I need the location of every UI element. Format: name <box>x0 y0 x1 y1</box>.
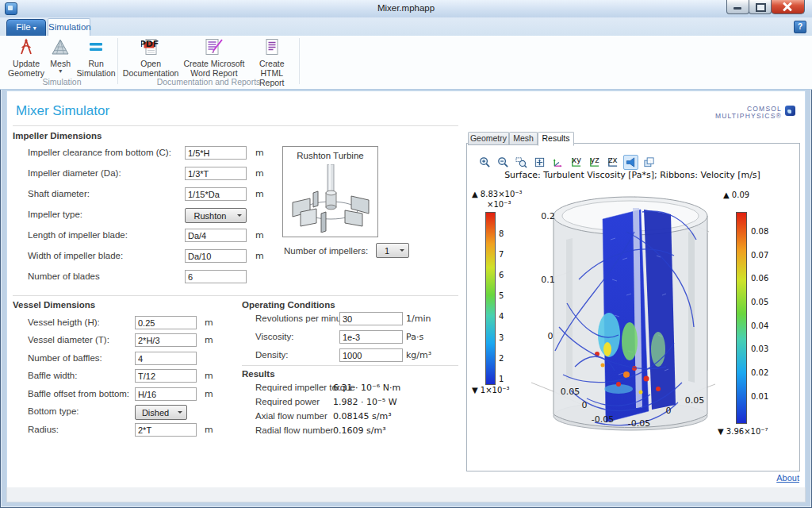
default-view-icon[interactable] <box>550 155 565 170</box>
vessel-row-2-input[interactable] <box>135 352 197 365</box>
operating-row-1-label: Viscosity: <box>255 332 293 341</box>
graphics-tab-results[interactable]: Results <box>538 132 574 146</box>
impeller-row-6-input[interactable] <box>185 270 247 283</box>
transparency-icon[interactable] <box>642 155 657 170</box>
chevron-down-icon <box>397 244 408 257</box>
close-button[interactable] <box>771 0 805 14</box>
operating-row-0-label: Revolutions per minute: <box>255 314 351 323</box>
scene-light-icon[interactable] <box>623 155 638 170</box>
vessel-row-0-label: Vessel heigth (H): <box>28 318 100 327</box>
graphics-tab-geometry[interactable]: Geometry <box>468 132 509 145</box>
impeller-preview-box: Rushton Turbine <box>282 146 378 237</box>
operating-row-2-input[interactable] <box>339 348 403 362</box>
vessel-row-6-unit: m <box>205 425 213 435</box>
viscosity-tick: 8 <box>499 229 504 238</box>
vessel-row-0-input[interactable] <box>135 316 197 329</box>
impeller-row-3-select[interactable]: Rushton <box>185 208 247 223</box>
velocity-tick: 0.05 <box>751 298 768 306</box>
vessel-row-3-label: Baffle width: <box>28 371 77 380</box>
vessel-row-6-label: Radius: <box>28 425 59 434</box>
ribbon-group-simulation: Update GeometryMesh▾Run Simulation <box>6 37 117 76</box>
section-results: Results <box>242 369 275 379</box>
zoom-box-icon[interactable] <box>514 155 529 170</box>
zoom-extents-icon[interactable] <box>532 155 547 170</box>
results-row-2-label: Axial flow number <box>255 411 327 421</box>
chevron-down-icon <box>175 406 186 419</box>
operating-row-0-input[interactable] <box>339 312 403 325</box>
impeller-row-2-label: Shaft diameter: <box>28 189 90 198</box>
file-menu-button[interactable]: File ▾ <box>6 19 46 37</box>
svg-text:xy: xy <box>572 156 581 164</box>
viscosity-tick: 3 <box>499 333 504 342</box>
xy-view-icon[interactable]: xy <box>569 155 584 170</box>
vessel-row-1-unit: m <box>205 335 213 345</box>
impeller-row-6-label: Number of blades <box>28 271 100 281</box>
zx-view-icon[interactable]: zx <box>605 155 620 170</box>
mesh-button[interactable]: Mesh▾ <box>48 37 73 75</box>
vessel-row-5-select[interactable]: Dished <box>135 405 187 420</box>
vessel-row-4-unit: m <box>205 389 213 399</box>
colorbar-viscosity-min: ▼ 1×10⁻³ <box>472 386 510 394</box>
impeller-row-2-input[interactable] <box>185 187 247 201</box>
about-link[interactable]: About <box>761 473 799 483</box>
svg-text:0: 0 <box>582 400 588 410</box>
open-documentation-button[interactable]: PDFOpen Documentation <box>122 37 179 78</box>
group-label-simulation: Simulation <box>6 77 117 87</box>
impeller-row-4-input[interactable] <box>185 229 247 242</box>
results-row-0-value: 6.31 · 10⁻⁶ N·m <box>333 383 400 393</box>
results-row-3-label: Radial flow number <box>255 425 333 435</box>
chevron-down-icon <box>235 209 246 222</box>
vessel-row-6-input[interactable] <box>135 423 197 437</box>
word-report-icon <box>204 37 224 57</box>
svg-text:-0.05: -0.05 <box>592 414 614 425</box>
graphics-tab-mesh[interactable]: Mesh <box>509 132 538 145</box>
colorbar-viscosity <box>485 212 496 385</box>
svg-text:zx: zx <box>608 156 618 164</box>
operating-row-1-input[interactable] <box>339 330 403 344</box>
impeller-row-5-input[interactable] <box>185 249 247 263</box>
results-row-1-label: Required power <box>255 397 320 406</box>
html-report-icon <box>262 37 282 57</box>
vessel-row-1-input[interactable] <box>135 333 197 347</box>
number-of-impellers-select[interactable]: 1 <box>376 243 409 258</box>
tab-simulation[interactable]: Simulation <box>48 18 90 37</box>
chevron-down-icon: ▾ <box>59 68 62 75</box>
svg-text:0.05: 0.05 <box>561 387 580 397</box>
ribbon-group-documentation: PDFOpen DocumentationCreate Microsoft Wo… <box>121 37 297 76</box>
operating-row-1-unit: Pa·s <box>406 332 423 342</box>
mixer-3d-plot[interactable]: 0.2 0.1 0 0.05 0 -0.05 -0.05 0 0.05 <box>508 184 739 450</box>
svg-text:0: 0 <box>548 331 553 341</box>
impeller-row-0-input[interactable] <box>185 146 247 160</box>
impeller-row-4-unit: m <box>255 230 264 241</box>
yz-view-icon[interactable]: yz <box>587 155 602 170</box>
plot-title: Surface: Turbulent Viscosity [Pa*s]; Rib… <box>466 170 799 180</box>
update-geometry-icon <box>17 37 36 57</box>
impeller-row-2-unit: m <box>255 189 264 199</box>
update-geometry-button[interactable]: Update Geometry <box>8 37 44 78</box>
vessel-row-3-input[interactable] <box>135 369 197 383</box>
impeller-row-1-unit: m <box>255 168 264 179</box>
ribbon-button-label: Create Microsoft Word Report <box>182 59 245 78</box>
svg-text:-0.05: -0.05 <box>628 418 650 429</box>
svg-text:PDF: PDF <box>141 39 159 49</box>
group-label-documentation: Documentation and Reports <box>121 77 297 87</box>
ribbon-button-label: Run Simulation <box>76 59 116 78</box>
impeller-row-1-label: Impeller diameter (Da): <box>28 168 121 178</box>
viscosity-tick: 6 <box>499 271 504 279</box>
word-report-button[interactable]: Create Microsoft Word Report <box>182 37 245 78</box>
run-simulation-icon <box>86 37 105 57</box>
run-simulation-button[interactable]: Run Simulation <box>76 37 116 78</box>
minimize-button[interactable] <box>726 0 749 14</box>
maximize-button[interactable] <box>749 0 772 14</box>
vessel-row-4-input[interactable] <box>135 387 197 401</box>
impeller-row-5-unit: m <box>255 251 264 261</box>
results-row-2-value: 0.08145 s/m³ <box>333 411 392 421</box>
impeller-preview-title: Rushton Turbine <box>283 151 377 160</box>
impeller-row-1-input[interactable] <box>185 167 247 180</box>
velocity-tick: 0.01 <box>751 392 768 401</box>
zoom-out-icon[interactable] <box>496 155 511 170</box>
help-button[interactable]: ? <box>794 21 806 33</box>
svg-text:yz: yz <box>590 156 599 164</box>
zoom-in-icon[interactable] <box>477 155 492 170</box>
operating-row-0-unit: 1/min <box>406 314 431 324</box>
